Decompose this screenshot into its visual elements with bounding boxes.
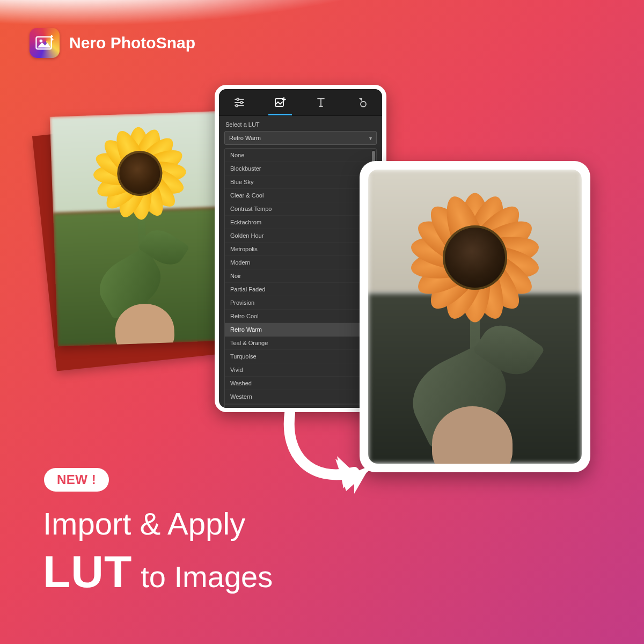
lut-option[interactable]: Retro Warm — [225, 323, 376, 336]
lut-select-value: Retro Warm — [229, 135, 261, 141]
headline-tail: to Images — [141, 559, 273, 595]
app-header: Nero PhotoSnap — [30, 28, 195, 58]
new-badge: NEW ! — [44, 468, 109, 492]
headline: Import & Apply LUT to Images — [43, 506, 273, 599]
svg-point-1 — [40, 39, 43, 42]
lut-option[interactable]: Blockbuster — [225, 162, 376, 175]
lut-select[interactable]: Retro Warm ▾ — [224, 131, 377, 145]
tab-adjust[interactable] — [223, 89, 255, 115]
svg-point-5 — [240, 101, 243, 104]
headline-line1: Import & Apply — [43, 506, 273, 542]
lut-option[interactable]: None — [225, 149, 376, 162]
lut-option[interactable]: Retro Cool — [225, 310, 376, 323]
tab-text[interactable] — [305, 89, 337, 115]
lut-option[interactable]: Clear & Cool — [225, 189, 376, 202]
section-label: Select a LUT — [219, 116, 382, 131]
lut-option[interactable]: Metropolis — [225, 243, 376, 256]
svg-point-7 — [236, 105, 238, 107]
lut-option[interactable]: Washed — [225, 377, 376, 390]
panel-tab-bar — [219, 89, 382, 116]
lut-option-list: NoneBlockbusterBlue SkyClear & CoolContr… — [224, 148, 377, 412]
lut-option[interactable]: Noir — [225, 269, 376, 283]
lut-option[interactable]: Blue Sky — [225, 175, 376, 189]
svg-point-9 — [361, 101, 366, 107]
app-icon — [30, 28, 60, 58]
lut-option[interactable]: Vivid — [225, 363, 376, 377]
lut-option[interactable]: Teal & Orange — [225, 336, 376, 350]
lut-option[interactable]: Provision — [225, 296, 376, 310]
open-lut-file[interactable]: Open the LUT file — [225, 405, 376, 412]
lut-option[interactable]: Golden Hour — [225, 229, 376, 243]
promo-stage: Nero PhotoSnap — [0, 0, 644, 644]
tab-lut[interactable] — [264, 89, 296, 115]
photo-result-card — [360, 161, 590, 472]
lut-option[interactable]: Western — [225, 390, 376, 404]
chevron-down-icon: ▾ — [369, 135, 372, 141]
lut-option[interactable]: Modern — [225, 256, 376, 269]
svg-point-3 — [237, 98, 239, 100]
app-name: Nero PhotoSnap — [69, 34, 195, 52]
headline-lut: LUT — [43, 545, 132, 598]
tab-shapes[interactable] — [346, 89, 378, 115]
lut-option[interactable]: Turquoise — [225, 350, 376, 363]
photo-original — [50, 111, 234, 346]
lut-option[interactable]: Ecktachrom — [225, 216, 376, 229]
lut-option[interactable]: Partial Faded — [225, 283, 376, 296]
lut-option[interactable]: Contrast Tempo — [225, 202, 376, 216]
